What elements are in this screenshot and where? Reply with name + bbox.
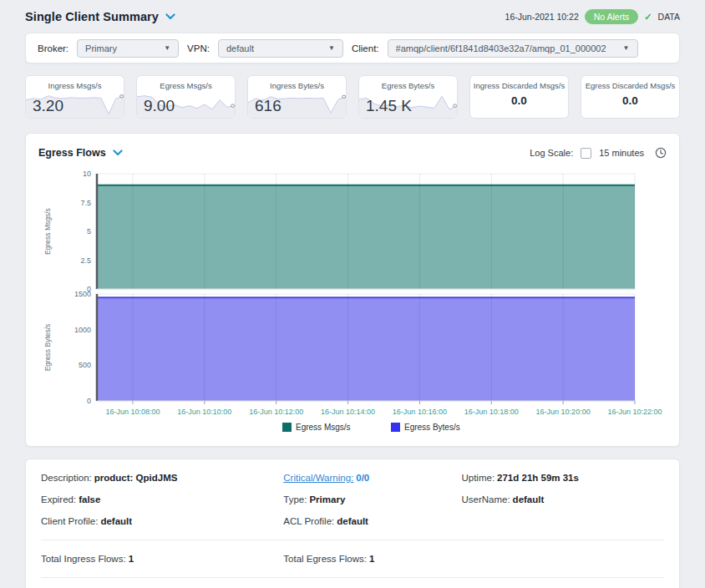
svg-text:16-Jun 10:16:00: 16-Jun 10:16:00 <box>393 408 447 416</box>
detail-expired: Expired:false <box>41 494 283 504</box>
svg-text:Egress Bytes/s: Egress Bytes/s <box>43 324 52 372</box>
data-indicator-label: DATA <box>658 12 680 22</box>
detail-total-egress-flows: Total Egress Flows:1 <box>283 554 461 564</box>
stat-label: Ingress Msgs/s <box>26 81 124 90</box>
detail-username: UserName:default <box>461 494 664 504</box>
time-range-selector[interactable]: 15 minutes <box>599 148 644 158</box>
log-scale-label: Log Scale: <box>530 148 573 158</box>
stat-value: 0.0 <box>581 94 679 107</box>
stat-label: Ingress Discarded Msgs/s <box>470 81 568 90</box>
svg-text:16-Jun 10:22:00: 16-Jun 10:22:00 <box>607 408 662 416</box>
detail-uptime: Uptime:271d 21h 59m 31s <box>461 473 664 483</box>
chart-controls: Log Scale: 15 minutes <box>530 147 667 159</box>
stat-value: 616 <box>255 97 281 115</box>
stat-cards-row: Ingress Msgs/s 3.20 Egress Msgs/s 9.00 I… <box>25 75 680 119</box>
svg-text:0: 0 <box>87 397 91 405</box>
svg-text:Egress Msgs/s: Egress Msgs/s <box>43 208 52 255</box>
page-title-dropdown[interactable]: Single Client Summary <box>25 10 175 23</box>
detail-critical-warning-link[interactable]: Critical/Warning:0/0 <box>283 473 461 483</box>
svg-text:500: 500 <box>79 361 91 369</box>
top-bar: Single Client Summary 16-Jun-2021 10:22 … <box>25 7 680 27</box>
stat-value: 9.00 <box>144 97 175 115</box>
caret-down-icon: ▼ <box>164 44 170 52</box>
stat-card-egress-discarded: Egress Discarded Msgs/s 0.0 <box>581 75 680 119</box>
svg-text:16-Jun 10:14:00: 16-Jun 10:14:00 <box>321 408 375 416</box>
details-row: Description:product: QpidJMS Critical/Wa… <box>41 467 664 489</box>
chart-title-dropdown[interactable]: Egress Flows <box>38 147 123 159</box>
stat-value: 0.0 <box>470 94 568 107</box>
details-section-flows: Total Ingress Flows:1 Total Egress Flows… <box>41 540 664 577</box>
egress-flows-chart: 02.557.510Egress Msgs/s050010001500Egres… <box>38 167 667 441</box>
svg-text:1500: 1500 <box>74 290 91 298</box>
svg-text:Egress Msgs/s: Egress Msgs/s <box>296 423 351 432</box>
vpn-select[interactable]: default ▼ <box>218 39 343 58</box>
details-row: Total Ingress Flows:1 Total Egress Flows… <box>41 548 664 570</box>
stat-label: Egress Bytes/s <box>359 81 457 90</box>
data-check-icon: ✓ <box>644 12 652 23</box>
stat-label: Egress Discarded Msgs/s <box>581 81 679 90</box>
vpn-label: VPN: <box>187 43 210 53</box>
vpn-select-value: default <box>226 43 254 53</box>
alerts-status-badge[interactable]: No Alerts <box>585 9 639 24</box>
stat-label: Ingress Bytes/s <box>248 81 346 90</box>
details-row: Client Profile:default ACL Profile:defau… <box>41 510 664 532</box>
client-select[interactable]: #amqp/client/6f1841d8403e32a7/amqp_01_00… <box>388 39 638 58</box>
header-status-area: 16-Jun-2021 10:22 No Alerts ✓ DATA <box>505 9 680 24</box>
caret-down-icon: ▼ <box>328 44 335 52</box>
svg-text:16-Jun 10:12:00: 16-Jun 10:12:00 <box>249 408 303 416</box>
svg-text:10: 10 <box>83 170 91 178</box>
stat-label: Egress Msgs/s <box>137 81 235 90</box>
client-select-value: #amqp/client/6f1841d8403e32a7/amqp_01_00… <box>396 43 606 53</box>
svg-text:16-Jun 10:20:00: 16-Jun 10:20:00 <box>536 408 591 416</box>
detail-total-ingress-flows: Total Ingress Flows:1 <box>41 554 283 564</box>
detail-type: Type:Primary <box>283 494 461 504</box>
page-title: Single Client Summary <box>25 10 159 23</box>
detail-client-profile: Client Profile:default <box>41 516 283 526</box>
client-details-panel: Description:product: QpidJMS Critical/Wa… <box>25 459 680 588</box>
egress-flows-panel: Egress Flows Log Scale: 15 minutes 02.55… <box>25 133 680 447</box>
stat-card-ingress-msgs: Ingress Msgs/s 3.20 <box>25 75 124 119</box>
stat-card-egress-bytes: Egress Bytes/s 1.45 K <box>358 75 458 119</box>
chart-header: Egress Flows Log Scale: 15 minutes <box>38 144 667 162</box>
stat-card-ingress-bytes: Ingress Bytes/s 616 <box>247 75 347 119</box>
stat-value: 3.20 <box>33 97 63 115</box>
chevron-down-icon <box>113 150 123 156</box>
svg-text:7.5: 7.5 <box>80 199 91 207</box>
broker-label: Broker: <box>38 43 68 53</box>
detail-description: Description:product: QpidJMS <box>41 473 283 483</box>
filter-bar: Broker: Primary ▼ VPN: default ▼ Client:… <box>25 33 680 63</box>
svg-text:Egress Bytes/s: Egress Bytes/s <box>404 423 460 432</box>
chart-title: Egress Flows <box>38 147 106 159</box>
log-scale-checkbox[interactable] <box>581 148 591 159</box>
clock-icon[interactable] <box>655 147 667 159</box>
caret-down-icon: ▼ <box>623 44 630 52</box>
svg-text:1000: 1000 <box>74 326 91 334</box>
svg-text:2.5: 2.5 <box>80 256 91 265</box>
stat-card-ingress-discarded: Ingress Discarded Msgs/s 0.0 <box>469 75 569 119</box>
single-client-summary-page: Single Client Summary 16-Jun-2021 10:22 … <box>0 0 705 588</box>
broker-select[interactable]: Primary ▼ <box>77 39 179 58</box>
details-section-main: Description:product: QpidJMS Critical/Wa… <box>41 459 664 540</box>
detail-acl-profile: ACL Profile:default <box>283 516 461 526</box>
details-row: Expired:false Type:Primary UserName:defa… <box>41 489 664 510</box>
svg-text:16-Jun 10:08:00: 16-Jun 10:08:00 <box>105 408 160 416</box>
header-timestamp: 16-Jun-2021 10:22 <box>505 12 579 22</box>
stat-card-egress-msgs: Egress Msgs/s 9.00 <box>136 75 236 119</box>
client-label: Client: <box>352 43 379 53</box>
svg-text:16-Jun 10:18:00: 16-Jun 10:18:00 <box>464 408 519 416</box>
broker-select-value: Primary <box>85 43 117 53</box>
details-section-last-update: Last Update:16-Jun-2021 10:22:03 <box>41 577 664 588</box>
stat-value: 1.45 K <box>366 97 412 115</box>
svg-text:16-Jun 10:10:00: 16-Jun 10:10:00 <box>177 408 231 416</box>
chevron-down-icon <box>165 13 175 20</box>
svg-text:5: 5 <box>87 227 91 236</box>
